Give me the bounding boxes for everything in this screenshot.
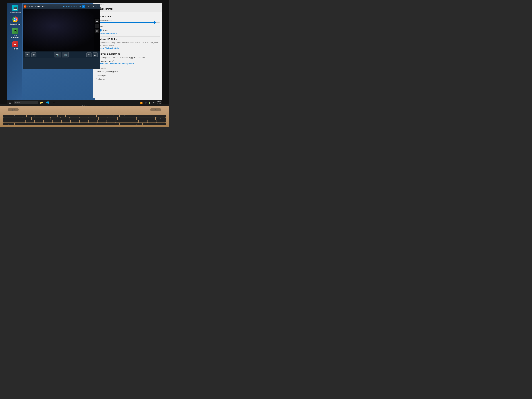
youcam-title: CyberLink YouCam — [27, 6, 62, 8]
close-button[interactable]: ✕ — [95, 5, 99, 8]
brightness-section: Яркость и цвет Изменение яркости — [96, 15, 160, 23]
night-light-section: Ночной свет Откл. Параметры ночного свет… — [96, 25, 160, 34]
clock-time: 18:45 — [157, 101, 161, 103]
tray-battery[interactable]: 🔋 — [148, 101, 151, 104]
scale-value[interactable]: 100% (рекомендуется) — [96, 60, 160, 63]
aida64-icon: 64 — [12, 41, 19, 47]
asus-brand: ASUS — [82, 104, 87, 106]
volume-icon: 🔊 — [145, 101, 147, 104]
youcam-login-link[interactable]: Войти в DirectorZone — [66, 6, 81, 7]
settings-title-row: ⌂ Дисплей — [96, 6, 160, 11]
toolbar-left-controls: 👁 ⚙ — [25, 52, 37, 57]
night-light-status: Откл. — [103, 29, 108, 31]
settings-header: Параметры ⌂ Дисплей — [93, 3, 162, 12]
scale-label: Изменение размера текста, приложений и д… — [96, 57, 160, 58]
settings-content: Яркость и цвет Изменение яркости Ночной … — [93, 12, 162, 85]
scale-section: Масштаб и разметка Изменение размера тек… — [96, 53, 160, 81]
settings-button[interactable]: ⚙ — [32, 52, 37, 57]
taskbar-search-input[interactable] — [14, 101, 38, 105]
toolbar-right-controls: ✏ ⛶ — [86, 52, 98, 57]
sidebar-fullscreen-icon[interactable]: ⛶ — [95, 19, 99, 23]
battery-icon: 🔋 — [149, 101, 151, 104]
sidebar-share-icon[interactable]: ↔ — [95, 24, 99, 28]
brightness-slider[interactable] — [96, 22, 160, 23]
directorzone-icon: DZ — [82, 5, 85, 8]
chrome-icon — [12, 16, 19, 23]
orientation-value[interactable]: Альбомная — [96, 77, 160, 81]
camera-feed — [23, 9, 100, 51]
computer-icon: 💻 — [12, 5, 19, 11]
tray-clock[interactable]: 18:45 10.11 — [157, 101, 161, 105]
youcam-toolbar: 👁 ⚙ 📷 📹 ✏ ⛶ — [23, 51, 100, 58]
youcam-star-icon: ★ — [63, 6, 65, 8]
sidebar-capture-icon[interactable]: □ — [95, 29, 99, 33]
system-tray: 📶 🔊 🔋 РУС 18:45 10.11 — [140, 101, 162, 105]
hd-color-settings-link[interactable]: Настройки Windows HD Color — [96, 47, 160, 49]
desktop-icon-control-panel[interactable]: 🛠 Панель управления — [9, 27, 22, 39]
desktop-icon-chrome[interactable]: Google Chrome — [9, 15, 22, 26]
youcam-window-controls: − ❐ ✕ — [87, 5, 99, 8]
toolbar-center-controls: 📷 📹 — [54, 52, 69, 57]
resolution-label: Разрешение — [96, 67, 160, 69]
fullscreen-button[interactable]: ⛶ — [93, 52, 98, 57]
resolution-value[interactable]: 1366 × 768 (рекомендуется) — [96, 70, 160, 73]
aida64-icon-label: AIDA64 — [13, 48, 18, 50]
eye-effect-button[interactable]: 👁 — [25, 52, 30, 57]
language-label: РУС — [153, 102, 156, 103]
youcam-window: 👁 CyberLink YouCam ★ Войти в DirectorZon… — [23, 4, 100, 69]
youcam-app-icon: 👁 — [24, 5, 26, 8]
filter-button[interactable]: ✏ — [86, 52, 91, 57]
settings-page-title: Дисплей — [98, 6, 113, 11]
browser-icon: 🌐 — [46, 101, 49, 104]
speaker-left — [8, 108, 19, 111]
minimize-button[interactable]: − — [87, 5, 91, 8]
wifi-icon: 📶 — [140, 101, 143, 104]
tray-wifi[interactable]: 📶 — [140, 101, 143, 104]
computer-icon-label: Этот компьютер — [10, 12, 21, 13]
hd-color-subtext: Пусть изображение в видео, играх и прило… — [96, 42, 160, 46]
brightness-label: Изменение яркости — [96, 19, 160, 21]
chrome-icon-label: Google Chrome — [10, 23, 20, 25]
settings-panel: Параметры ⌂ Дисплей Яркость и цвет Измен… — [93, 3, 162, 98]
take-photo-button[interactable]: 📷 — [54, 52, 61, 57]
scale-advanced-link[interactable]: Дополнительные параметры масштабирования — [96, 63, 160, 65]
record-video-button[interactable]: 📹 — [62, 52, 69, 57]
explorer-icon: 📁 — [40, 101, 43, 104]
brightness-heading: Яркость и цвет — [96, 15, 160, 18]
hd-color-heading: Windows HD Color — [96, 38, 160, 41]
tray-language[interactable]: РУС — [152, 101, 156, 104]
mail-icon: ✉ — [53, 101, 55, 104]
control-panel-icon-label: Панель управления — [9, 35, 21, 38]
tray-volume[interactable]: 🔊 — [144, 101, 147, 104]
camera-viewport: ⛶ ↔ □ — [23, 9, 100, 51]
control-panel-icon: 🛠 — [12, 28, 19, 34]
speaker-right — [150, 108, 161, 111]
desktop-icon-computer[interactable]: 💻 Этот компьютер — [9, 4, 22, 14]
hd-color-section: Windows HD Color Пусть изображение в вид… — [96, 38, 160, 49]
night-light-label: Ночной свет — [96, 25, 160, 27]
maximize-button[interactable]: ❐ — [91, 5, 95, 8]
scale-heading: Масштаб и разметка — [96, 53, 160, 56]
night-light-toggle-row: Откл. — [96, 29, 160, 32]
youcam-sidebar: ⛶ ↔ □ — [94, 18, 100, 51]
settings-breadcrumb: Параметры — [96, 4, 160, 6]
orientation-label: Ориентация — [96, 75, 160, 76]
desktop-icon-aida64[interactable]: 64 AIDA64 — [9, 40, 22, 51]
youcam-titlebar: 👁 CyberLink YouCam ★ Войти в DirectorZon… — [23, 4, 100, 9]
night-light-settings-link[interactable]: Параметры ночного света — [96, 32, 160, 34]
